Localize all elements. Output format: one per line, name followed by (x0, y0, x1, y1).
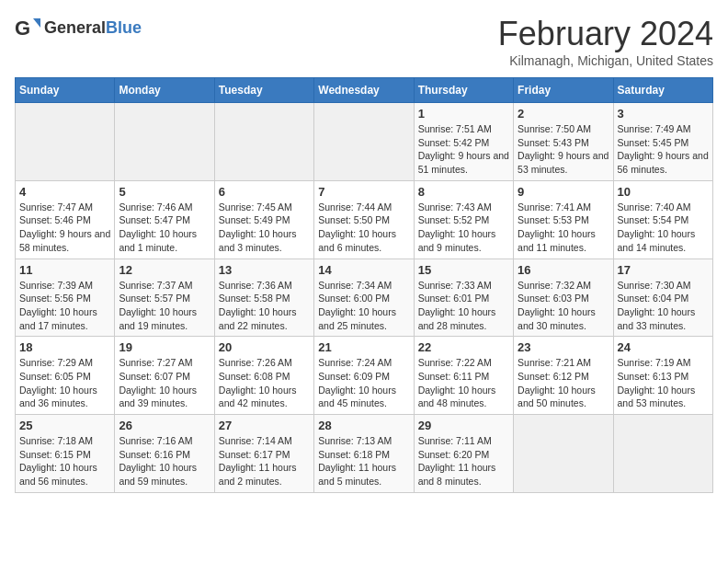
calendar-cell: 25Sunrise: 7:18 AMSunset: 6:15 PMDayligh… (16, 415, 115, 493)
day-info: Sunrise: 7:46 AMSunset: 5:47 PMDaylight:… (119, 201, 210, 255)
day-info: Sunrise: 7:36 AMSunset: 5:58 PMDaylight:… (219, 279, 310, 333)
day-info: Sunrise: 7:16 AMSunset: 6:16 PMDaylight:… (119, 434, 210, 488)
day-number: 24 (618, 340, 709, 354)
calendar-cell: 13Sunrise: 7:36 AMSunset: 5:58 PMDayligh… (214, 259, 313, 337)
day-number: 15 (418, 263, 509, 277)
month-title: February 2024 (498, 15, 713, 53)
calendar-cell (115, 103, 214, 181)
day-number: 29 (418, 419, 509, 432)
day-info: Sunrise: 7:18 AMSunset: 6:15 PMDaylight:… (19, 434, 110, 488)
week-row-2: 11Sunrise: 7:39 AMSunset: 5:56 PMDayligh… (16, 259, 713, 337)
calendar-cell: 7Sunrise: 7:44 AMSunset: 5:50 PMDaylight… (314, 180, 414, 259)
day-info: Sunrise: 7:49 AMSunset: 5:45 PMDaylight:… (618, 122, 709, 177)
calendar-cell: 1Sunrise: 7:51 AMSunset: 5:42 PMDaylight… (414, 103, 513, 181)
week-row-4: 25Sunrise: 7:18 AMSunset: 6:15 PMDayligh… (16, 415, 713, 493)
header-day-friday: Friday (514, 78, 613, 103)
day-info: Sunrise: 7:34 AMSunset: 6:00 PMDaylight:… (318, 279, 409, 333)
calendar-cell: 17Sunrise: 7:30 AMSunset: 6:04 PMDayligh… (613, 259, 712, 337)
calendar-cell: 18Sunrise: 7:29 AMSunset: 6:05 PMDayligh… (16, 337, 115, 415)
day-info: Sunrise: 7:11 AMSunset: 6:20 PMDaylight:… (418, 434, 509, 488)
calendar-cell: 8Sunrise: 7:43 AMSunset: 5:52 PMDaylight… (414, 180, 513, 259)
calendar-cell: 29Sunrise: 7:11 AMSunset: 6:20 PMDayligh… (414, 415, 513, 493)
day-info: Sunrise: 7:14 AMSunset: 6:17 PMDaylight:… (219, 434, 310, 488)
day-info: Sunrise: 7:41 AMSunset: 5:53 PMDaylight:… (518, 201, 609, 255)
day-number: 4 (19, 185, 110, 199)
day-info: Sunrise: 7:43 AMSunset: 5:52 PMDaylight:… (418, 201, 509, 255)
calendar-body: 1Sunrise: 7:51 AMSunset: 5:42 PMDaylight… (16, 103, 713, 493)
day-number: 12 (119, 263, 210, 277)
calendar-cell: 26Sunrise: 7:16 AMSunset: 6:16 PMDayligh… (115, 415, 214, 493)
logo: G GeneralBlue (15, 15, 142, 40)
logo-icon: G (15, 15, 40, 40)
day-number: 17 (618, 263, 709, 277)
week-row-0: 1Sunrise: 7:51 AMSunset: 5:42 PMDaylight… (16, 103, 713, 181)
day-info: Sunrise: 7:26 AMSunset: 6:08 PMDaylight:… (219, 356, 310, 410)
calendar-cell: 4Sunrise: 7:47 AMSunset: 5:46 PMDaylight… (16, 180, 115, 259)
calendar-cell: 19Sunrise: 7:27 AMSunset: 6:07 PMDayligh… (115, 337, 214, 415)
calendar-cell: 3Sunrise: 7:49 AMSunset: 5:45 PMDaylight… (613, 103, 712, 181)
day-info: Sunrise: 7:33 AMSunset: 6:01 PMDaylight:… (418, 279, 509, 333)
day-info: Sunrise: 7:27 AMSunset: 6:07 PMDaylight:… (119, 356, 210, 410)
calendar-cell: 27Sunrise: 7:14 AMSunset: 6:17 PMDayligh… (214, 415, 313, 493)
day-number: 14 (318, 263, 409, 277)
day-info: Sunrise: 7:21 AMSunset: 6:12 PMDaylight:… (518, 356, 609, 410)
day-info: Sunrise: 7:40 AMSunset: 5:54 PMDaylight:… (618, 201, 709, 255)
day-number: 1 (418, 107, 509, 121)
day-info: Sunrise: 7:29 AMSunset: 6:05 PMDaylight:… (19, 356, 110, 410)
calendar-cell: 10Sunrise: 7:40 AMSunset: 5:54 PMDayligh… (613, 180, 712, 259)
calendar-cell: 12Sunrise: 7:37 AMSunset: 5:57 PMDayligh… (115, 259, 214, 337)
header-row: SundayMondayTuesdayWednesdayThursdayFrid… (16, 78, 713, 103)
header-day-tuesday: Tuesday (214, 78, 313, 103)
day-number: 22 (418, 340, 509, 354)
calendar-cell: 23Sunrise: 7:21 AMSunset: 6:12 PMDayligh… (514, 337, 613, 415)
day-number: 11 (19, 263, 110, 277)
day-number: 28 (318, 419, 409, 432)
day-info: Sunrise: 7:47 AMSunset: 5:46 PMDaylight:… (19, 201, 110, 255)
calendar-cell: 14Sunrise: 7:34 AMSunset: 6:00 PMDayligh… (314, 259, 414, 337)
logo-text-blue: Blue (106, 18, 142, 37)
calendar-cell: 28Sunrise: 7:13 AMSunset: 6:18 PMDayligh… (314, 415, 414, 493)
day-info: Sunrise: 7:13 AMSunset: 6:18 PMDaylight:… (318, 434, 409, 488)
day-number: 3 (618, 107, 709, 121)
calendar-cell: 5Sunrise: 7:46 AMSunset: 5:47 PMDaylight… (115, 180, 214, 259)
day-number: 25 (19, 419, 110, 432)
svg-text:G: G (15, 17, 30, 40)
header-day-wednesday: Wednesday (314, 78, 414, 103)
calendar-cell (314, 103, 414, 181)
calendar-cell: 11Sunrise: 7:39 AMSunset: 5:56 PMDayligh… (16, 259, 115, 337)
calendar-cell (613, 415, 712, 493)
day-info: Sunrise: 7:39 AMSunset: 5:56 PMDaylight:… (19, 279, 110, 333)
page-header: G GeneralBlue February 2024 Kilmanagh, M… (15, 15, 713, 68)
day-info: Sunrise: 7:30 AMSunset: 6:04 PMDaylight:… (618, 279, 709, 333)
week-row-3: 18Sunrise: 7:29 AMSunset: 6:05 PMDayligh… (16, 337, 713, 415)
day-number: 20 (219, 340, 310, 354)
calendar-cell (16, 103, 115, 181)
calendar-cell: 2Sunrise: 7:50 AMSunset: 5:43 PMDaylight… (514, 103, 613, 181)
header-day-monday: Monday (115, 78, 214, 103)
day-info: Sunrise: 7:19 AMSunset: 6:13 PMDaylight:… (618, 356, 709, 410)
day-number: 5 (119, 185, 210, 199)
day-number: 27 (219, 419, 310, 432)
calendar-cell: 6Sunrise: 7:45 AMSunset: 5:49 PMDaylight… (214, 180, 313, 259)
calendar-cell: 15Sunrise: 7:33 AMSunset: 6:01 PMDayligh… (414, 259, 513, 337)
svg-marker-1 (33, 18, 40, 28)
header-day-thursday: Thursday (414, 78, 513, 103)
calendar-cell: 20Sunrise: 7:26 AMSunset: 6:08 PMDayligh… (214, 337, 313, 415)
title-block: February 2024 Kilmanagh, Michigan, Unite… (498, 15, 713, 68)
day-number: 18 (19, 340, 110, 354)
calendar-cell: 16Sunrise: 7:32 AMSunset: 6:03 PMDayligh… (514, 259, 613, 337)
logo-text-general: General (44, 18, 106, 37)
day-number: 7 (318, 185, 409, 199)
week-row-1: 4Sunrise: 7:47 AMSunset: 5:46 PMDaylight… (16, 180, 713, 259)
calendar-cell: 24Sunrise: 7:19 AMSunset: 6:13 PMDayligh… (613, 337, 712, 415)
day-info: Sunrise: 7:37 AMSunset: 5:57 PMDaylight:… (119, 279, 210, 333)
day-number: 2 (518, 107, 609, 121)
header-day-saturday: Saturday (613, 78, 712, 103)
day-number: 16 (518, 263, 609, 277)
header-day-sunday: Sunday (16, 78, 115, 103)
calendar-table: SundayMondayTuesdayWednesdayThursdayFrid… (15, 77, 713, 493)
day-info: Sunrise: 7:45 AMSunset: 5:49 PMDaylight:… (219, 201, 310, 255)
day-number: 26 (119, 419, 210, 432)
calendar-cell: 22Sunrise: 7:22 AMSunset: 6:11 PMDayligh… (414, 337, 513, 415)
day-number: 23 (518, 340, 609, 354)
